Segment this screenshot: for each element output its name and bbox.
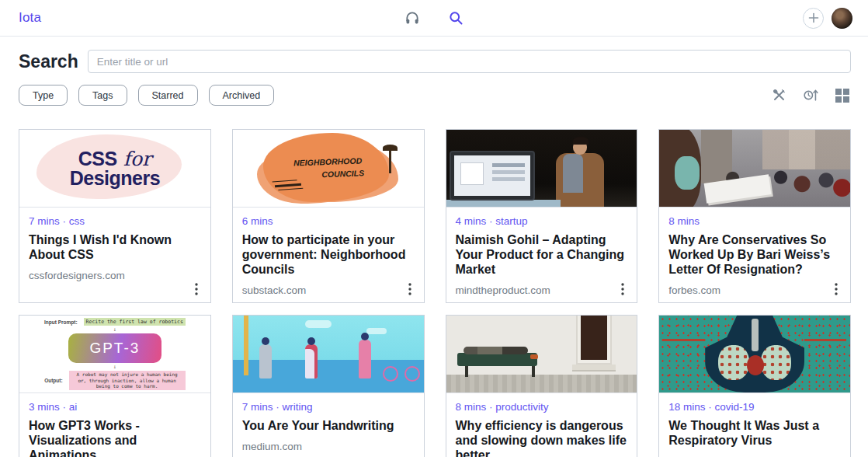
card-title[interactable]: Why efficiency is dangerous and slowing … — [456, 418, 628, 457]
top-bar: Iota — [0, 0, 868, 37]
card-meta[interactable]: 7 mins · css — [29, 215, 201, 227]
card-thumbnail — [659, 130, 850, 208]
card-domain: substack.com — [242, 284, 415, 296]
vessel-shape — [804, 339, 846, 341]
card-thumbnail: CSS forDesigners — [19, 130, 210, 208]
card-title[interactable]: You Are Your Handwriting — [242, 418, 415, 433]
card-meta[interactable]: 4 mins · startup — [456, 215, 628, 227]
card-menu-kebab-icon[interactable] — [404, 282, 416, 296]
gpt-input-text: Recite the first law of robotics — [84, 318, 186, 326]
article-card[interactable]: CSS forDesigners 7 mins · css Things I W… — [19, 129, 211, 303]
top-nav — [404, 9, 464, 26]
card-body: 8 mins · productivity Why efficiency is … — [446, 393, 637, 457]
card-meta[interactable]: 8 mins · productivity — [456, 401, 628, 413]
left-lung-shape — [718, 345, 748, 381]
bike-wheel — [383, 366, 398, 382]
gpt3-gradient-box: GPT-3 — [68, 333, 161, 363]
card-thumbnail: Input Prompt: Recite the first law of ro… — [19, 316, 210, 393]
card-title[interactable]: How to participate in your government: N… — [242, 232, 415, 277]
article-card[interactable]: 8 mins · productivity Why efficiency is … — [446, 315, 638, 457]
main-content: Search Type Tags Starred Archived — [0, 37, 868, 457]
filter-starred-button[interactable]: Starred — [138, 85, 198, 106]
add-item-button[interactable] — [803, 8, 824, 29]
gpt-input-row: Input Prompt: Recite the first law of ro… — [44, 318, 186, 326]
user-avatar[interactable] — [832, 8, 852, 29]
filter-tags-button[interactable]: Tags — [78, 85, 127, 106]
card-body: 6 mins How to participate in your govern… — [233, 208, 424, 302]
bench-shape — [457, 353, 537, 367]
headphones-icon[interactable] — [404, 9, 421, 26]
search-input[interactable] — [88, 50, 851, 73]
orange-bag-shape — [530, 354, 538, 359]
bicycle-shape — [383, 358, 420, 382]
desk-shape — [446, 200, 561, 207]
person-lying-shape — [464, 347, 529, 355]
vessel-shape — [663, 339, 705, 341]
article-card[interactable]: 18 mins · covid-19 We Thought It Was Jus… — [658, 315, 851, 457]
pedestrian-figure — [305, 344, 318, 379]
gpt-input-label: Input Prompt: — [44, 319, 78, 325]
figure-head — [307, 337, 315, 345]
card-body: 4 mins · startup Naimish Gohil – Adaptin… — [446, 208, 637, 302]
card-body: 8 mins Why Are Conservatives So Worked U… — [659, 208, 850, 302]
grid-view-icon[interactable] — [834, 87, 851, 104]
article-card[interactable]: Input Prompt: Recite the first law of ro… — [19, 315, 211, 457]
figure-head — [361, 333, 369, 340]
gpt-output-label: Output: — [44, 378, 62, 383]
palm-tree-decoration — [389, 150, 391, 173]
card-domain: medium.com — [242, 441, 415, 452]
speaker-hair — [573, 137, 589, 145]
filter-type-button[interactable]: Type — [19, 85, 68, 106]
sort-recent-icon[interactable] — [802, 87, 819, 104]
thumbnail-logo-text: CSS forDesigners — [70, 149, 160, 188]
card-meta[interactable]: 3 mins · ai — [29, 401, 201, 413]
laptop-shape — [450, 151, 535, 201]
article-card[interactable]: 8 mins Why Are Conservatives So Worked U… — [658, 129, 851, 303]
card-title[interactable]: We Thought It Was Just a Respiratory Vir… — [668, 418, 841, 448]
figure-head — [262, 337, 269, 345]
search-icon[interactable] — [447, 9, 464, 26]
slide-shape — [454, 155, 530, 196]
card-domain: forbes.com — [668, 284, 841, 296]
cloud-shape — [366, 328, 387, 334]
card-title[interactable]: Things I Wish I'd Known About CSS — [29, 232, 201, 262]
card-meta[interactable]: 7 mins · writing — [242, 401, 415, 413]
speaker-shirt — [563, 154, 583, 193]
card-menu-kebab-icon[interactable] — [190, 282, 203, 296]
cobblestone-ground — [446, 375, 637, 392]
card-meta[interactable]: 18 mins · covid-19 — [668, 401, 841, 413]
card-body: 3 mins · ai How GPT3 Works - Visualizati… — [19, 393, 210, 457]
cloud-shape — [305, 320, 332, 328]
utensils-icon[interactable] — [770, 87, 787, 104]
card-body: 7 mins · writing You Are Your Handwritin… — [233, 393, 424, 457]
card-menu-kebab-icon[interactable] — [830, 282, 842, 296]
down-arrow-icon: ↓ — [113, 327, 116, 332]
teal-scarf-shape — [675, 156, 700, 190]
bike-wheel — [404, 366, 420, 382]
doorstep-shape — [572, 365, 616, 372]
right-lung-shape — [761, 345, 791, 381]
app-logo[interactable]: Iota — [19, 10, 41, 26]
card-thumbnail — [233, 316, 424, 393]
pedestrian-figure — [359, 340, 371, 379]
door-shape — [578, 316, 610, 363]
card-thumbnail: NEIGHBORHOODCOUNCILS — [233, 130, 424, 208]
card-grid: CSS forDesigners 7 mins · css Things I W… — [19, 129, 851, 457]
article-card[interactable]: 7 mins · writing You Are Your Handwritin… — [232, 315, 425, 457]
card-title[interactable]: Why Are Conservatives So Worked Up By Ba… — [668, 232, 841, 277]
trachea-shape — [752, 319, 759, 351]
bench-leg — [465, 366, 468, 377]
filter-row: Type Tags Starred Archived — [19, 85, 851, 106]
card-meta[interactable]: 8 mins — [668, 215, 841, 227]
down-arrow-icon: ↓ — [113, 365, 116, 369]
article-card[interactable]: 4 mins · startup Naimish Gohil – Adaptin… — [446, 129, 638, 303]
article-card[interactable]: NEIGHBORHOODCOUNCILS 6 mins How to parti… — [232, 129, 425, 303]
card-menu-kebab-icon[interactable] — [616, 282, 629, 296]
card-title[interactable]: Naimish Gohil – Adapting Your Product fo… — [456, 232, 628, 277]
card-domain: cssfordesigners.com — [29, 270, 201, 281]
card-meta[interactable]: 6 mins — [242, 215, 415, 227]
card-thumbnail — [446, 316, 637, 393]
card-title[interactable]: How GPT3 Works - Visualizations and Anim… — [29, 418, 201, 457]
filter-archived-button[interactable]: Archived — [209, 85, 275, 106]
card-thumbnail — [659, 316, 850, 393]
